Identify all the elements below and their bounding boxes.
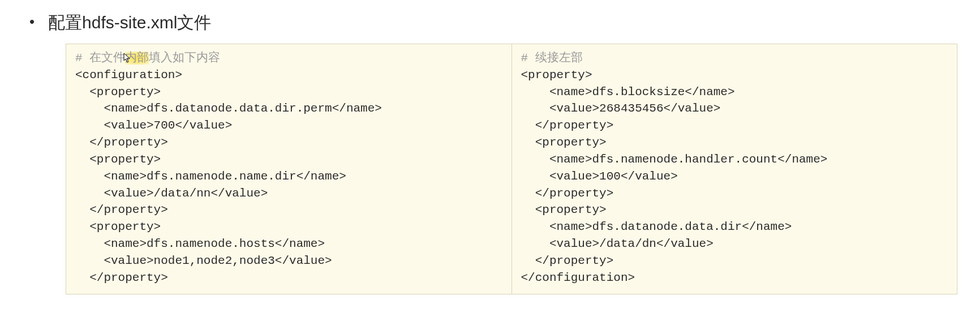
- code-line: </property>: [75, 271, 168, 284]
- code-panel-right: # 续接左部 <property> <name>dfs.blocksize</n…: [512, 44, 957, 294]
- code-line: <name>dfs.namenode.hosts</name>: [75, 237, 325, 250]
- title-row: • 配置hdfs-site.xml文件: [29, 11, 957, 33]
- code-line: </property>: [521, 119, 614, 132]
- code-line: <property>: [75, 220, 161, 233]
- code-line: <value>100</value>: [521, 170, 678, 183]
- code-line: <value>268435456</value>: [521, 102, 721, 115]
- code-panel-left: # 在文件内部填入如下内容 <configuration> <property>…: [66, 44, 512, 294]
- section-title: 配置hdfs-site.xml文件: [48, 11, 211, 33]
- code-line: <property>: [521, 69, 592, 82]
- code-line: </property>: [75, 203, 168, 216]
- code-line: </property>: [521, 254, 614, 267]
- comment-suffix: 填入如下内容: [149, 52, 220, 65]
- code-line: <value>700</value>: [75, 119, 232, 132]
- code-line: <name>dfs.namenode.handler.count</name>: [521, 153, 828, 166]
- code-line: <name>dfs.namenode.name.dir</name>: [75, 170, 346, 183]
- code-line: <value>node1,node2,node3</value>: [75, 254, 332, 267]
- comment-left: # 在文件内部填入如下内容: [75, 52, 220, 65]
- code-line: </property>: [521, 187, 614, 200]
- code-line: </property>: [75, 136, 168, 149]
- code-line: <name>dfs.datanode.data.dir</name>: [521, 220, 792, 233]
- code-line: <property>: [521, 136, 607, 149]
- code-line: <property>: [75, 86, 161, 99]
- bullet-point: •: [29, 11, 35, 32]
- comment-right: # 续接左部: [521, 52, 583, 65]
- code-line: <value>/data/nn</value>: [75, 187, 268, 200]
- highlight-region: 内部: [125, 52, 149, 65]
- code-line: </configuration>: [521, 271, 635, 284]
- code-line: <property>: [75, 153, 161, 166]
- code-line: <configuration>: [75, 69, 182, 82]
- code-line: <name>dfs.datanode.data.dir.perm</name>: [75, 102, 382, 115]
- comment-prefix: # 在文件: [75, 52, 125, 65]
- code-line: <property>: [521, 203, 607, 216]
- code-line: <name>dfs.blocksize</name>: [521, 86, 735, 99]
- code-line: <value>/data/dn</value>: [521, 237, 713, 250]
- code-container: # 在文件内部填入如下内容 <configuration> <property>…: [66, 44, 957, 294]
